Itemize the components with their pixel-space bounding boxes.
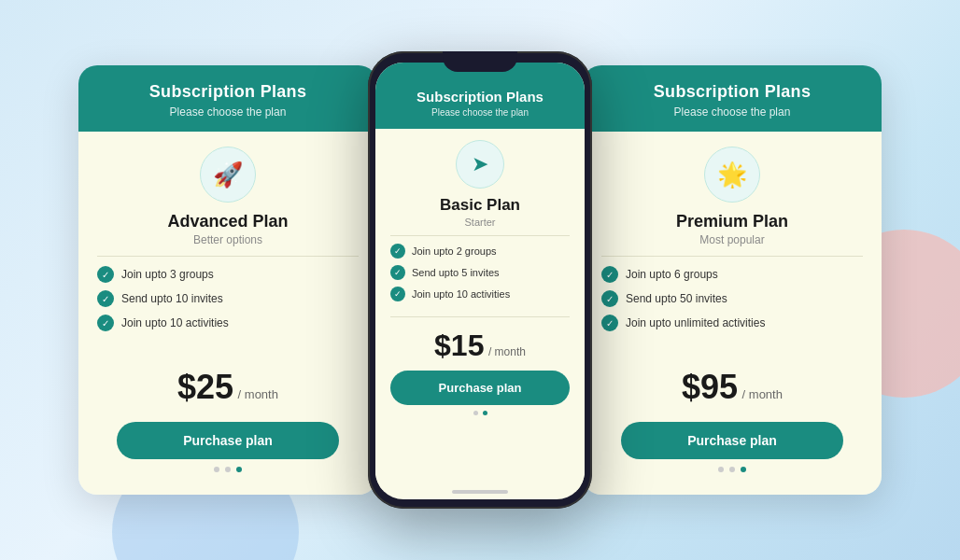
feature-text: Send upto 5 invites: [412, 267, 500, 278]
scene: Subscription Plans Please choose the pla…: [60, 19, 900, 541]
star-icon: 🌟: [717, 161, 747, 189]
check-icon: ✓: [601, 315, 618, 331]
check-icon: ✓: [601, 266, 618, 283]
feature-text: Join upto 3 groups: [121, 268, 214, 281]
list-item: ✓ Send upto 50 invites: [601, 290, 863, 307]
check-icon: ✓: [97, 315, 114, 331]
left-card: Subscription Plans Please choose the pla…: [78, 65, 377, 495]
right-price-period: / month: [742, 387, 783, 401]
phone-notch: [443, 51, 517, 72]
phone-purchase-button[interactable]: Purchase plan: [390, 371, 570, 405]
feature-text: Send upto 50 invites: [626, 292, 727, 305]
left-dots: [214, 459, 242, 480]
feature-text: Join upto 6 groups: [626, 268, 718, 281]
right-card-title: Subscription Plans: [598, 82, 867, 102]
right-card-header: Subscription Plans Please choose the pla…: [583, 65, 882, 132]
list-item: ✓ Join upto unlimited activities: [601, 315, 863, 331]
phone-plan-icon-circle: ➤: [456, 140, 504, 189]
right-features-list: ✓ Join upto 6 groups ✓ Send upto 50 invi…: [601, 266, 863, 331]
dot: [718, 467, 724, 472]
phone-wrapper: Subscription Plans Please choose the pla…: [368, 51, 592, 509]
phone-screen: Subscription Plans Please choose the pla…: [375, 63, 585, 499]
feature-text: Join upto unlimited activities: [626, 316, 765, 329]
list-item: ✓ Join upto 2 groups: [390, 244, 570, 259]
check-icon: ✓: [97, 266, 114, 283]
right-price-row: $95 / month: [682, 360, 783, 414]
phone-home-bar: [452, 490, 508, 494]
send-icon: ➤: [472, 152, 488, 176]
list-item: ✓ Join upto 10 activities: [390, 287, 570, 301]
phone-features-list: ✓ Join upto 2 groups ✓ Send upto 5 invit…: [390, 244, 570, 301]
left-purchase-button[interactable]: Purchase plan: [117, 422, 339, 459]
list-item: ✓ Send upto 10 invites: [97, 290, 359, 307]
right-purchase-button[interactable]: Purchase plan: [621, 422, 843, 459]
check-icon: ✓: [601, 290, 618, 307]
left-features-list: ✓ Join upto 3 groups ✓ Send upto 10 invi…: [97, 266, 359, 331]
left-card-header: Subscription Plans Please choose the pla…: [78, 65, 377, 132]
dot: [225, 467, 231, 472]
list-item: ✓ Send upto 5 invites: [390, 265, 570, 280]
check-icon: ✓: [390, 287, 405, 301]
check-icon: ✓: [97, 290, 114, 307]
feature-text: Join upto 10 activities: [121, 316, 229, 329]
right-price-amount: $95: [682, 368, 738, 406]
right-plan-icon-circle: 🌟: [704, 147, 760, 203]
phone-frame: Subscription Plans Please choose the pla…: [368, 51, 592, 509]
right-dots: [718, 459, 746, 480]
phone-dot-active: [483, 411, 487, 415]
phone-plan-name: Basic Plan: [440, 196, 520, 215]
feature-text: Join upto 2 groups: [412, 245, 497, 257]
right-plan-subtitle: Most popular: [699, 233, 764, 246]
right-card-body: 🌟 Premium Plan Most popular ✓ Join upto …: [583, 132, 882, 495]
dot: [214, 467, 219, 472]
left-card-body: 🚀 Advanced Plan Better options ✓ Join up…: [78, 132, 377, 495]
phone-price-period: / month: [488, 345, 526, 358]
dot-active: [741, 467, 746, 472]
left-plan-name: Advanced Plan: [167, 212, 288, 231]
left-card-subtitle: Please choose the plan: [93, 105, 362, 119]
rocket-icon: 🚀: [213, 161, 243, 189]
right-card: Subscription Plans Please choose the pla…: [583, 65, 882, 495]
phone-divider-2: [390, 316, 570, 317]
right-card-subtitle: Please choose the plan: [598, 105, 867, 119]
right-plan-name: Premium Plan: [676, 212, 788, 231]
check-icon: ✓: [390, 265, 405, 280]
phone-dot: [473, 411, 478, 415]
phone-card-title: Subscription Plans: [388, 89, 572, 105]
list-item: ✓ Join upto 3 groups: [97, 266, 359, 283]
left-card-title: Subscription Plans: [93, 82, 362, 102]
phone-card-subtitle: Please choose the plan: [388, 107, 572, 118]
left-divider: [97, 256, 359, 257]
right-divider: [601, 256, 863, 257]
feature-text: Send upto 10 invites: [121, 292, 223, 305]
left-price-row: $25 / month: [177, 360, 278, 414]
phone-dots: [473, 405, 487, 421]
list-item: ✓ Join upto 6 groups: [601, 266, 863, 283]
phone-card-header: Subscription Plans Please choose the pla…: [375, 63, 585, 129]
left-plan-subtitle: Better options: [193, 233, 262, 246]
left-price-amount: $25: [177, 368, 233, 406]
list-item: ✓ Join upto 10 activities: [97, 315, 359, 331]
left-plan-icon-circle: 🚀: [200, 147, 256, 203]
dot-active: [236, 467, 242, 472]
phone-price-row: $15 / month: [434, 329, 526, 363]
phone-plan-subtitle: Starter: [464, 217, 495, 228]
phone-card-body: ➤ Basic Plan Starter ✓ Join upto 2 group…: [375, 129, 585, 490]
dot: [729, 467, 735, 472]
feature-text: Join upto 10 activities: [412, 288, 510, 300]
phone-divider: [390, 235, 570, 236]
left-price-period: / month: [238, 387, 278, 401]
check-icon: ✓: [390, 244, 405, 259]
phone-price-amount: $15: [434, 329, 484, 362]
